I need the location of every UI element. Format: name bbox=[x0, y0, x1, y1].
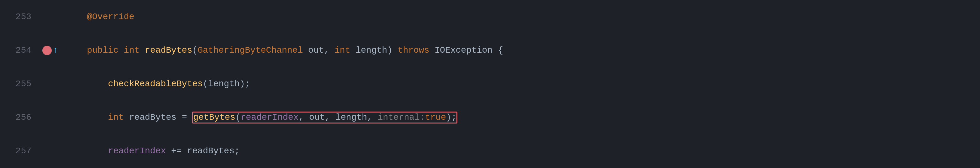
execution-arrow-icon: ↑ bbox=[53, 46, 58, 55]
field-readerindex2: readerIndex bbox=[108, 147, 166, 155]
keyword-int2: int bbox=[334, 46, 350, 55]
field-readerindex: readerIndex bbox=[241, 113, 299, 122]
keyword-throws: throws bbox=[398, 46, 430, 55]
line-number-253: 253 bbox=[0, 0, 38, 33]
label-internal: internal: bbox=[377, 113, 425, 122]
keyword-int3: int bbox=[108, 113, 124, 122]
line-number-254: 254 bbox=[0, 33, 38, 67]
breakpoint-icon[interactable] bbox=[42, 46, 52, 55]
keyword-public: public bbox=[87, 46, 118, 55]
code-line-257: 257 readerIndex += readBytes; bbox=[0, 134, 980, 168]
line-content-257: readerIndex += readBytes; bbox=[63, 134, 980, 168]
highlight-box: getBytes(readerIndex, out, length, inter… bbox=[192, 112, 457, 124]
keyword-true: true bbox=[425, 113, 446, 122]
gutter-254: ↑ bbox=[38, 33, 63, 67]
indent bbox=[66, 46, 87, 55]
line-number-256: 256 bbox=[0, 101, 38, 134]
line-number-255: 255 bbox=[0, 67, 38, 101]
code-line-253: 253 @Override bbox=[0, 0, 980, 33]
line-content-256: int readBytes = getBytes(readerIndex, ou… bbox=[63, 101, 980, 134]
line-number-257: 257 bbox=[0, 134, 38, 168]
gutter-255 bbox=[38, 67, 63, 101]
gutter-253 bbox=[38, 0, 63, 33]
keyword-int: int bbox=[124, 46, 140, 55]
gutter-256 bbox=[38, 101, 63, 134]
gutter-257 bbox=[38, 134, 63, 168]
line-content-254: public int readBytes(GatheringByteChanne… bbox=[63, 33, 980, 67]
method-checkreadablebytes: checkReadableBytes bbox=[108, 79, 202, 89]
method-getbytes: getBytes bbox=[193, 113, 235, 122]
code-line-254: 254 ↑ public int readBytes(GatheringByte… bbox=[0, 33, 980, 67]
code-line-255: 255 checkReadableBytes(length); bbox=[0, 67, 980, 101]
annotation: @Override bbox=[87, 13, 134, 21]
line-content-253: @Override bbox=[63, 0, 980, 33]
code-editor: 253 @Override 254 ↑ public int readBytes… bbox=[0, 0, 980, 168]
code-line-256: 256 int readBytes = getBytes(readerIndex… bbox=[0, 101, 980, 134]
type-gatheringbytechannel: GatheringByteChannel bbox=[197, 46, 303, 55]
indent bbox=[66, 13, 87, 21]
method-readbytes: readBytes bbox=[145, 46, 192, 55]
line-content-255: checkReadableBytes(length); bbox=[63, 67, 980, 101]
